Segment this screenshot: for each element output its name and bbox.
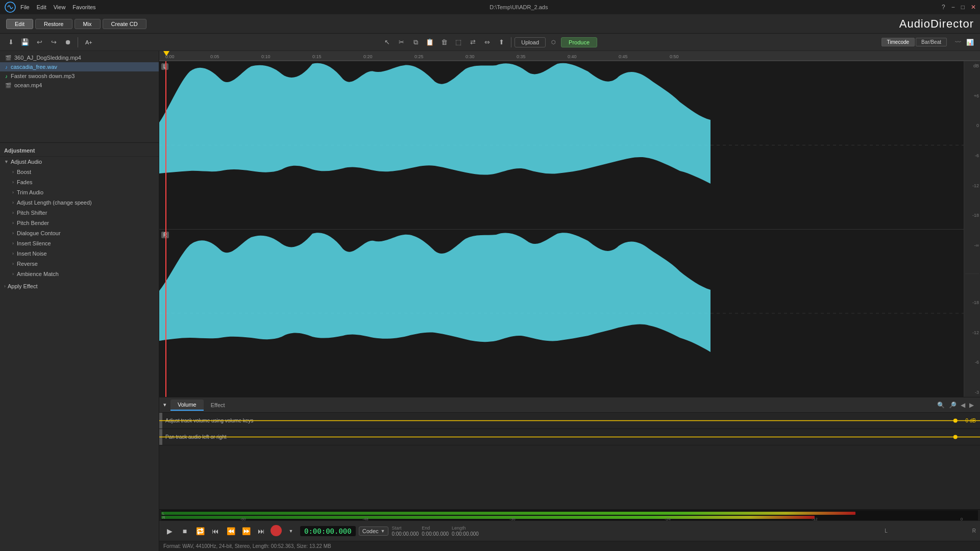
zoom-out-height[interactable]: 🔎	[947, 400, 959, 410]
tool-paste[interactable]: 📋	[423, 36, 436, 49]
tool-select[interactable]: ↖	[380, 36, 394, 49]
apply-effect-section[interactable]: › Apply Effect	[0, 281, 159, 291]
record-button[interactable]	[271, 525, 282, 536]
record-dropdown[interactable]: ▼	[285, 525, 297, 537]
rewind-button[interactable]: ⏪	[225, 525, 237, 537]
svg-text:0:30: 0:30	[465, 54, 475, 59]
upload-button[interactable]: Upload	[514, 37, 546, 47]
skip-back-button[interactable]: ⏮	[209, 525, 222, 537]
svg-rect-38	[161, 512, 855, 515]
menu-view[interactable]: View	[54, 4, 66, 10]
tool-stretch[interactable]: ⇔	[480, 36, 494, 49]
zoom-waveform-btn[interactable]: 〰	[953, 38, 963, 47]
tool-normalize[interactable]: ⬚	[452, 36, 465, 49]
chevron-right-icon: ›	[12, 241, 14, 246]
close-button[interactable]: ✕	[971, 4, 976, 11]
skip-forward-button[interactable]: ⏭	[255, 525, 267, 537]
adj-trim-audio[interactable]: › Trim Audio	[0, 187, 159, 197]
length-value: 0:00:00.000	[452, 531, 479, 537]
zoom-spectrum-btn[interactable]: 📊	[964, 38, 976, 47]
file-item-video2[interactable]: 🎬 ocean.mp4	[0, 81, 159, 90]
codec-dropdown-icon[interactable]: ▼	[381, 529, 385, 534]
menu-favorites[interactable]: Favorites	[72, 4, 95, 10]
waveform-area[interactable]: L	[159, 61, 980, 397]
expand-icon[interactable]: ▾	[163, 402, 170, 408]
produce-button[interactable]: Produce	[561, 37, 597, 47]
title-bar: File Edit View Favorites D:\Temp\UI\ADR_…	[0, 0, 980, 14]
font-size-btn[interactable]: A+	[81, 38, 96, 47]
forward-button[interactable]: ⏩	[240, 525, 252, 537]
tab-effect[interactable]: Effect	[204, 400, 232, 410]
adj-insert-noise[interactable]: › Insert Noise	[0, 248, 159, 259]
tool-copy[interactable]: ⧉	[409, 36, 422, 49]
tool-upload2[interactable]: ⬆	[495, 36, 508, 49]
scroll-right[interactable]: ▶	[967, 400, 976, 410]
adj-dialogue-contour[interactable]: › Dialogue Contour	[0, 228, 159, 238]
adj-label: Reverse	[17, 261, 38, 267]
adj-reverse[interactable]: › Reverse	[0, 259, 159, 269]
db-meter-bar: -60 -48 -36 -24 -12 0 L R	[159, 509, 980, 520]
waveform-r-detail	[159, 230, 964, 397]
tool-cut[interactable]: ✂	[395, 36, 408, 49]
file-name: Faster swoosh down.mp3	[11, 73, 75, 79]
adj-insert-silence[interactable]: › Insert Silence	[0, 238, 159, 248]
adj-fades[interactable]: › Fades	[0, 177, 159, 187]
play-button[interactable]: ▶	[163, 525, 176, 537]
file-list: 🎬 360_AJ_DogSledding.mp4 ♪ cascadia_free…	[0, 51, 159, 143]
file-item-mp3[interactable]: ♪ Faster swoosh down.mp3	[0, 71, 159, 81]
redo-btn[interactable]: ↪	[47, 36, 60, 49]
import-btn[interactable]: ⬇	[4, 36, 17, 49]
adj-label: Boost	[17, 169, 31, 175]
adj-label: Fades	[17, 179, 33, 185]
menu-edit[interactable]: Edit	[37, 4, 46, 10]
title-bar-left: File Edit View Favorites	[4, 1, 96, 13]
svg-text:0:20: 0:20	[363, 54, 373, 59]
adj-pitch-bender[interactable]: › Pitch Bender	[0, 218, 159, 228]
file-item-wav[interactable]: ♪ cascadia_free.wav	[0, 62, 159, 71]
adj-boost[interactable]: › Boost	[0, 167, 159, 177]
svg-text:0:15: 0:15	[312, 54, 322, 59]
adj-length[interactable]: › Adjust Length (change speed)	[0, 197, 159, 208]
adj-ambience-match[interactable]: › Ambience Match	[0, 269, 159, 279]
chevron-down-icon: ▼	[4, 159, 9, 164]
save-btn[interactable]: 💾	[18, 36, 32, 49]
window-title: D:\Temp\UI\ADR_2.ads	[489, 4, 548, 10]
record-btn2[interactable]: ⏺	[61, 36, 75, 49]
playhead-line	[165, 61, 166, 397]
tool-delete[interactable]: 🗑	[437, 36, 451, 49]
maximize-button[interactable]: □	[961, 4, 965, 11]
minimize-button[interactable]: −	[951, 4, 955, 11]
file-item-video1[interactable]: 🎬 360_AJ_DogSledding.mp4	[0, 53, 159, 62]
zoom-in-height[interactable]: 🔍	[935, 400, 947, 410]
adjust-audio-section[interactable]: ▼ Adjust Audio	[0, 157, 159, 167]
timecode-toggle[interactable]: Timecode	[881, 38, 915, 46]
waveform-canvas[interactable]: L	[159, 61, 964, 397]
db-0: 0	[965, 123, 979, 128]
barbeat-toggle[interactable]: Bar/Beat	[916, 38, 947, 46]
svg-text:-24: -24	[665, 517, 671, 520]
scroll-left[interactable]: ◀	[959, 400, 967, 410]
tool-mix[interactable]: ⇄	[466, 36, 479, 49]
tab-edit[interactable]: Edit	[6, 19, 33, 29]
tab-restore[interactable]: Restore	[35, 19, 72, 29]
tab-volume[interactable]: Volume	[170, 399, 204, 411]
export-icon[interactable]: ⬡	[547, 36, 560, 49]
undo-btn[interactable]: ↩	[33, 36, 46, 49]
tab-mix[interactable]: Mix	[75, 19, 101, 29]
adj-pitch-shifter[interactable]: › Pitch Shifter	[0, 208, 159, 218]
stop-button[interactable]: ■	[179, 525, 191, 537]
menu-bar[interactable]: File Edit View Favorites	[20, 4, 96, 10]
loop-button[interactable]: 🔁	[194, 525, 206, 537]
sep1	[78, 37, 78, 47]
chevron-right-icon: ›	[12, 271, 14, 277]
meter-scale: -60 -48 -36 -24 -12 0 L R	[161, 510, 978, 520]
tab-create-cd[interactable]: Create CD	[103, 19, 146, 29]
chevron-right-icon: ›	[12, 190, 14, 195]
help-icon[interactable]: ?	[942, 4, 945, 11]
adj-label: Adjust Length (change speed)	[17, 199, 92, 206]
adj-label: Trim Audio	[17, 189, 43, 195]
chevron-right-icon: ›	[12, 180, 14, 185]
codec-group[interactable]: Codec ▼	[359, 527, 389, 536]
menu-file[interactable]: File	[20, 4, 30, 10]
adj-label: Pitch Bender	[17, 220, 49, 226]
